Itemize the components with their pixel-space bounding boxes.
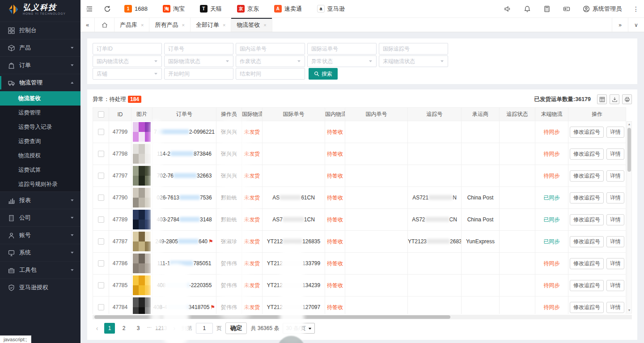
edit-tracking-button[interactable]: 修改追踪号 <box>570 236 604 247</box>
sidebar-subitem-追踪号规则补录[interactable]: 追踪号规则补录 <box>0 177 80 191</box>
vertical-scrollbar[interactable]: ▲ ▼ <box>627 121 632 313</box>
notification-bell-icon[interactable] <box>517 0 537 18</box>
sidebar-subitem-物流签收[interactable]: 物流签收 <box>0 91 80 106</box>
detail-button[interactable]: 详情 <box>606 258 624 269</box>
filter-input-国际运单号[interactable] <box>307 43 377 55</box>
product-thumbnail[interactable] <box>133 188 151 207</box>
edit-tracking-button[interactable]: 修改追踪号 <box>570 170 604 182</box>
order-link[interactable]: 408-2220355 <box>157 282 212 288</box>
detail-button[interactable]: 详情 <box>606 236 624 247</box>
sidebar-item-产品[interactable]: 产品▼ <box>0 39 80 56</box>
filter-input-结束时间[interactable] <box>236 68 305 80</box>
edit-tracking-button[interactable]: 修改追踪号 <box>570 148 604 160</box>
coupon-icon[interactable] <box>557 0 576 18</box>
sidebar-collapse-button[interactable] <box>80 0 98 18</box>
tab-close-icon[interactable]: × <box>141 22 144 28</box>
export-button[interactable] <box>610 94 619 104</box>
filter-input-国际追踪号[interactable] <box>379 43 448 55</box>
filter-select-异常状态[interactable]: 异常状态▼ <box>307 55 377 67</box>
sidebar-item-控制台[interactable]: 控制台 <box>0 21 80 39</box>
edit-tracking-button[interactable]: 修改追踪号 <box>570 302 604 313</box>
columns-button[interactable] <box>597 94 607 104</box>
detail-button[interactable]: 详情 <box>606 148 624 160</box>
sidebar-item-物流管理[interactable]: 物流管理▲ <box>0 74 80 91</box>
filter-select-店铺[interactable]: 店铺▼ <box>93 68 162 80</box>
tab-物流签收[interactable]: 物流签收× <box>231 18 272 32</box>
tabs-dropdown-icon[interactable]: ∨ <box>628 18 644 32</box>
platform-link-亚马逊[interactable]: a亚马逊 <box>317 5 345 13</box>
announcement-icon[interactable] <box>498 0 517 18</box>
page-number-1213[interactable]: 1213 <box>155 323 167 334</box>
scroll-down-icon[interactable]: ▼ <box>628 308 631 313</box>
order-link[interactable]: 249-2805640 <box>155 238 208 245</box>
brand-logo[interactable]: 弘义科技 HONG YI TECHNOLOGY <box>0 0 80 19</box>
filter-select-作废状态[interactable]: 作废状态▼ <box>236 55 305 67</box>
sidebar-subitem-物流授权[interactable]: 物流授权 <box>0 148 80 163</box>
edit-tracking-button[interactable]: 修改追踪号 <box>570 258 604 269</box>
print-button[interactable] <box>622 94 632 104</box>
detail-button[interactable]: 详情 <box>606 214 624 225</box>
row-checkbox[interactable] <box>98 216 104 223</box>
sidebar-subitem-运费管理[interactable]: 运费管理 <box>0 106 80 120</box>
detail-button[interactable]: 详情 <box>606 302 624 313</box>
page-number-3[interactable]: 3 <box>133 323 144 334</box>
tab-close-icon[interactable]: × <box>263 22 266 28</box>
filter-select-国际物流状态[interactable]: 国际物流状态▼ <box>164 55 233 67</box>
user-menu[interactable]: 系统管理员 <box>576 5 628 13</box>
vertical-scroll-thumb[interactable] <box>627 128 631 172</box>
filter-input-开始时间[interactable] <box>164 68 233 80</box>
order-link[interactable]: 408-43418705 <box>153 304 209 310</box>
filter-input-订单号[interactable] <box>164 43 233 55</box>
sidebar-item-亚马逊授权[interactable]: 亚马逊授权 <box>0 279 80 296</box>
page-size-select[interactable]: 30 条/页 ▼ <box>283 323 315 334</box>
detail-button[interactable]: 详情 <box>606 192 624 203</box>
product-thumbnail[interactable] <box>133 297 151 314</box>
product-thumbnail[interactable] <box>133 210 151 229</box>
product-thumbnail[interactable] <box>133 232 151 251</box>
filter-select-国内物流状态[interactable]: 国内物流状态▼ <box>93 55 162 67</box>
row-checkbox[interactable] <box>98 304 104 310</box>
sidebar-item-公司[interactable]: 公司▼ <box>0 209 80 226</box>
pending-count-badge[interactable]: 184 <box>128 96 141 103</box>
home-tab[interactable] <box>95 18 114 32</box>
row-checkbox[interactable] <box>98 260 104 267</box>
detail-button[interactable]: 详情 <box>606 127 624 138</box>
row-checkbox[interactable] <box>98 195 104 201</box>
tab-所有产品[interactable]: 所有产品× <box>149 18 190 32</box>
sidebar-subitem-运费查询[interactable]: 运费查询 <box>0 134 80 148</box>
order-link[interactable]: 403-27843148 <box>157 216 212 223</box>
row-checkbox[interactable] <box>98 282 104 288</box>
product-thumbnail[interactable] <box>133 254 151 273</box>
platform-link-淘宝[interactable]: 淘淘宝 <box>163 5 185 13</box>
prev-page-icon[interactable]: ‹ <box>93 325 101 332</box>
order-link[interactable]: 702-7632663 <box>157 173 212 179</box>
sidebar-item-订单[interactable]: 订单▼ <box>0 56 80 74</box>
horizontal-scrollbar[interactable] <box>93 315 632 319</box>
order-link[interactable]: 114-2873846 <box>157 151 212 157</box>
sidebar-item-系统[interactable]: 系统▼ <box>0 244 80 261</box>
filter-input-订单ID[interactable] <box>93 43 162 55</box>
goto-confirm-button[interactable]: 确定 <box>225 322 247 334</box>
sidebar-item-工具包[interactable]: 工具包▼ <box>0 261 80 279</box>
sidebar-subitem-运费试算[interactable]: 运费试算 <box>0 163 80 177</box>
edit-tracking-button[interactable]: 修改追踪号 <box>570 127 604 138</box>
product-thumbnail[interactable] <box>133 275 151 295</box>
horizontal-scroll-thumb[interactable] <box>94 315 450 319</box>
filter-select-末端物流状态[interactable]: 末端物流状态▼ <box>379 55 448 67</box>
edit-tracking-button[interactable]: 修改追踪号 <box>570 192 604 203</box>
next-page-icon[interactable]: › <box>171 325 178 332</box>
goto-page-input[interactable] <box>196 323 213 334</box>
sidebar-subitem-运费导入记录[interactable]: 运费导入记录 <box>0 120 80 134</box>
platform-link-天猫[interactable]: T天猫 <box>200 5 222 13</box>
search-button[interactable]: 搜索 <box>309 68 338 80</box>
detail-button[interactable]: 详情 <box>606 170 624 182</box>
tab-close-icon[interactable]: × <box>182 22 184 28</box>
calculator-icon[interactable] <box>537 0 557 18</box>
sidebar-item-账号[interactable]: 账号▼ <box>0 226 80 244</box>
row-checkbox[interactable] <box>98 129 104 135</box>
tab-产品库[interactable]: 产品库× <box>114 18 149 32</box>
refresh-button[interactable] <box>98 0 116 18</box>
select-all-checkbox[interactable] <box>98 111 104 118</box>
order-link[interactable]: 111-1785051 <box>157 260 212 267</box>
page-number-2[interactable]: 2 <box>119 323 129 334</box>
